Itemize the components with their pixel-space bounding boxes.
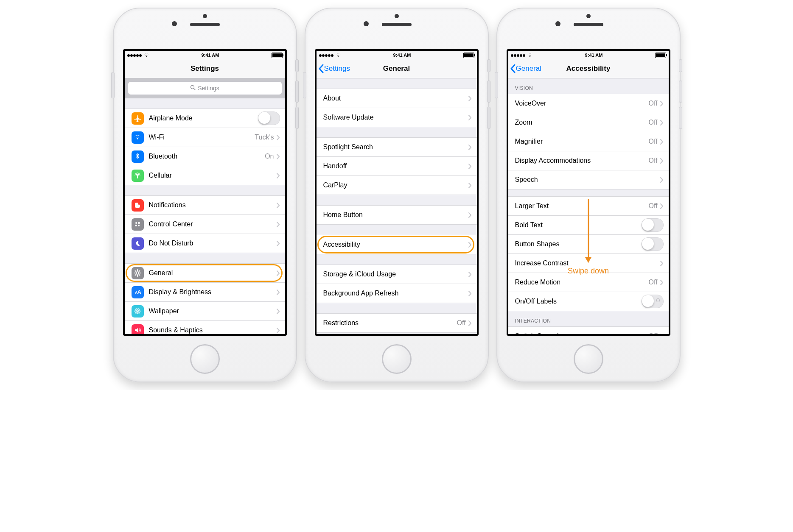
row-switchcontrol[interactable]: Switch ControlOff bbox=[508, 326, 669, 336]
iphone-frame-1: 9:41 AM Settings Settings Airplane ModeW… bbox=[113, 8, 297, 382]
signal-dots-icon bbox=[511, 53, 526, 58]
svg-point-12 bbox=[137, 311, 138, 312]
row-bluetooth[interactable]: BluetoothOn bbox=[125, 147, 285, 166]
svg-point-6 bbox=[138, 225, 140, 226]
row-carplay[interactable]: CarPlay bbox=[317, 176, 477, 195]
wifi-icon bbox=[335, 53, 341, 57]
row-label: On/Off Labels bbox=[515, 298, 642, 305]
section-header-interaction: INTERACTION bbox=[508, 311, 669, 326]
row-background[interactable]: Background App Refresh bbox=[317, 284, 477, 303]
row-storage[interactable]: Storage & iCloud Usage bbox=[317, 265, 477, 284]
row-dnd[interactable]: Do Not Disturb bbox=[125, 234, 285, 253]
row-display[interactable]: AADisplay & Brightness bbox=[125, 283, 285, 302]
row-value: Off bbox=[648, 138, 657, 145]
back-button[interactable]: General bbox=[508, 64, 541, 73]
row-value: Off bbox=[457, 319, 465, 327]
row-value: Off bbox=[648, 279, 657, 286]
row-label: Zoom bbox=[515, 119, 649, 126]
row-accessibility[interactable]: Accessibility bbox=[317, 235, 477, 254]
row-handoff[interactable]: Handoff bbox=[317, 157, 477, 176]
row-general[interactable]: General bbox=[125, 263, 285, 283]
row-label: Magnifier bbox=[515, 138, 649, 145]
row-spotlight[interactable]: Spotlight Search bbox=[317, 137, 477, 157]
battery-icon bbox=[655, 53, 666, 58]
row-label: Increase Contrast bbox=[515, 259, 660, 267]
home-button[interactable] bbox=[190, 344, 220, 374]
iphone-frame-2: 9:41 AM Settings General AboutSoftware U… bbox=[305, 8, 489, 382]
sounds-icon bbox=[132, 324, 144, 336]
row-label: Spotlight Search bbox=[323, 143, 468, 151]
chevron-right-icon bbox=[468, 164, 472, 169]
row-onofflabels[interactable]: On/Off Labels bbox=[508, 292, 669, 311]
row-sounds[interactable]: Sounds & Haptics bbox=[125, 321, 285, 336]
back-label: General bbox=[516, 64, 541, 73]
toggle-boldtext[interactable] bbox=[642, 218, 664, 232]
row-label: Switch Control bbox=[515, 332, 649, 336]
row-airplane[interactable]: Airplane Mode bbox=[125, 109, 285, 128]
nav-bar: Settings bbox=[125, 59, 285, 78]
row-label: Software Update bbox=[323, 114, 468, 121]
row-cellular[interactable]: Cellular bbox=[125, 166, 285, 185]
chevron-right-icon bbox=[277, 290, 280, 295]
chevron-right-icon bbox=[277, 309, 280, 314]
row-label: General bbox=[149, 269, 277, 277]
row-wifi[interactable]: Wi-FiTuck's bbox=[125, 128, 285, 147]
home-button[interactable] bbox=[382, 344, 412, 374]
row-wallpaper[interactable]: Wallpaper bbox=[125, 302, 285, 321]
row-value: Off bbox=[648, 100, 657, 107]
screen-general[interactable]: 9:41 AM Settings General AboutSoftware U… bbox=[315, 49, 479, 336]
row-speech[interactable]: Speech bbox=[508, 170, 669, 189]
row-largertext[interactable]: Larger TextOff bbox=[508, 196, 669, 216]
row-label: Reduce Motion bbox=[515, 279, 649, 286]
nav-bar: General Accessibility bbox=[508, 59, 669, 78]
toggle-buttonshapes[interactable] bbox=[642, 237, 664, 251]
row-boldtext[interactable]: Bold Text bbox=[508, 216, 669, 235]
status-bar: 9:41 AM bbox=[508, 51, 669, 59]
row-restrictions[interactable]: RestrictionsOff bbox=[317, 313, 477, 333]
back-button[interactable]: Settings bbox=[317, 64, 350, 73]
chevron-left-icon bbox=[510, 64, 516, 73]
row-value: Off bbox=[648, 332, 657, 336]
row-value: Tuck's bbox=[255, 134, 274, 141]
row-label: Airplane Mode bbox=[149, 114, 258, 122]
row-controlcenter[interactable]: Control Center bbox=[125, 215, 285, 234]
chevron-right-icon bbox=[660, 158, 664, 164]
nav-title: Settings bbox=[125, 64, 285, 73]
toggle-airplane[interactable] bbox=[258, 111, 280, 125]
screen-accessibility[interactable]: 9:41 AM General Accessibility VISION Voi… bbox=[507, 49, 670, 336]
row-about[interactable]: About bbox=[317, 89, 477, 108]
search-field[interactable]: Settings bbox=[128, 82, 282, 95]
chevron-right-icon bbox=[468, 96, 472, 101]
search-wrap: Settings bbox=[125, 78, 285, 98]
row-label: Wallpaper bbox=[149, 307, 277, 315]
screen-settings[interactable]: 9:41 AM Settings Settings Airplane ModeW… bbox=[123, 49, 287, 336]
row-reducemotion[interactable]: Reduce MotionOff bbox=[508, 273, 669, 292]
row-notifications[interactable]: Notifications bbox=[125, 195, 285, 215]
row-software[interactable]: Software Update bbox=[317, 108, 477, 127]
row-label: CarPlay bbox=[323, 181, 468, 189]
row-voiceover[interactable]: VoiceOverOff bbox=[508, 94, 669, 113]
svg-rect-2 bbox=[137, 175, 138, 178]
svg-point-9 bbox=[136, 272, 139, 274]
bluetooth-icon bbox=[132, 150, 144, 163]
chevron-right-icon bbox=[277, 135, 280, 140]
svg-line-1 bbox=[194, 89, 196, 90]
home-button[interactable] bbox=[574, 344, 603, 374]
chevron-right-icon bbox=[660, 101, 664, 106]
chevron-right-icon bbox=[660, 280, 664, 285]
gear-icon bbox=[132, 267, 144, 279]
row-label: Handoff bbox=[323, 162, 468, 170]
row-displayacc[interactable]: Display AccommodationsOff bbox=[508, 151, 669, 170]
toggle-onofflabels[interactable] bbox=[642, 295, 664, 308]
row-label: Button Shapes bbox=[515, 240, 642, 248]
airplane-icon bbox=[132, 112, 144, 125]
row-buttonshapes[interactable]: Button Shapes bbox=[508, 235, 669, 254]
row-contrast[interactable]: Increase Contrast bbox=[508, 254, 669, 273]
search-icon bbox=[190, 85, 196, 92]
row-homebutton[interactable]: Home Button bbox=[317, 205, 477, 225]
signal-dots-icon bbox=[127, 53, 142, 58]
row-zoom[interactable]: ZoomOff bbox=[508, 113, 669, 132]
row-magnifier[interactable]: MagnifierOff bbox=[508, 132, 669, 151]
wallpaper-icon bbox=[132, 305, 144, 318]
chevron-right-icon bbox=[277, 154, 280, 159]
